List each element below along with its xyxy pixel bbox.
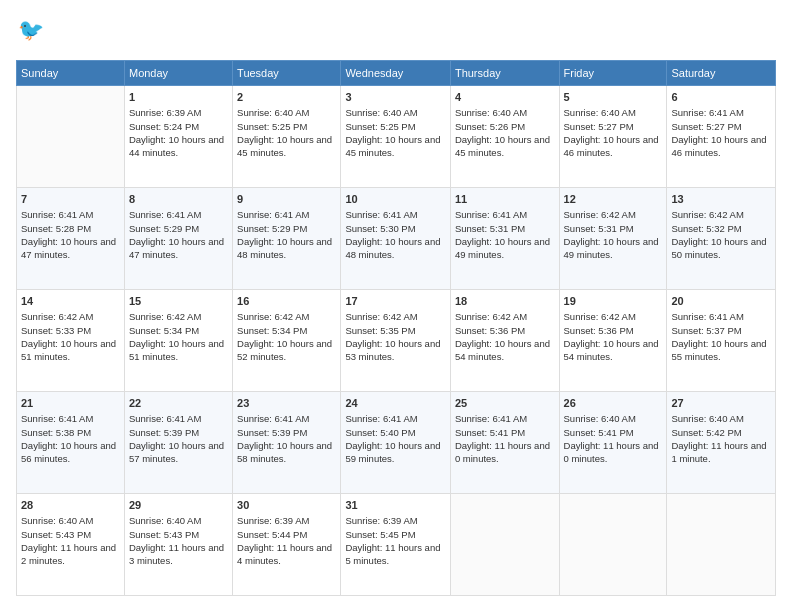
daylight-text: Daylight: 10 hours and 46 minutes.: [671, 134, 766, 158]
sunset-text: Sunset: 5:29 PM: [129, 223, 199, 234]
sunrise-text: Sunrise: 6:40 AM: [455, 107, 527, 118]
calendar-cell: 7Sunrise: 6:41 AMSunset: 5:28 PMDaylight…: [17, 188, 125, 290]
daylight-text: Daylight: 10 hours and 58 minutes.: [237, 440, 332, 464]
calendar-cell: 17Sunrise: 6:42 AMSunset: 5:35 PMDayligh…: [341, 290, 451, 392]
sunset-text: Sunset: 5:24 PM: [129, 121, 199, 132]
svg-text:🐦: 🐦: [18, 17, 45, 43]
sunset-text: Sunset: 5:40 PM: [345, 427, 415, 438]
sunrise-text: Sunrise: 6:42 AM: [671, 209, 743, 220]
calendar-cell: 3Sunrise: 6:40 AMSunset: 5:25 PMDaylight…: [341, 86, 451, 188]
sunset-text: Sunset: 5:30 PM: [345, 223, 415, 234]
calendar-cell: 18Sunrise: 6:42 AMSunset: 5:36 PMDayligh…: [450, 290, 559, 392]
calendar-week-row: 7Sunrise: 6:41 AMSunset: 5:28 PMDaylight…: [17, 188, 776, 290]
sunset-text: Sunset: 5:36 PM: [455, 325, 525, 336]
day-number: 24: [345, 396, 446, 411]
sunset-text: Sunset: 5:34 PM: [237, 325, 307, 336]
day-number: 13: [671, 192, 771, 207]
day-number: 3: [345, 90, 446, 105]
sunset-text: Sunset: 5:45 PM: [345, 529, 415, 540]
calendar-week-row: 28Sunrise: 6:40 AMSunset: 5:43 PMDayligh…: [17, 494, 776, 596]
daylight-text: Daylight: 10 hours and 50 minutes.: [671, 236, 766, 260]
daylight-text: Daylight: 11 hours and 2 minutes.: [21, 542, 116, 566]
sunset-text: Sunset: 5:35 PM: [345, 325, 415, 336]
daylight-text: Daylight: 10 hours and 57 minutes.: [129, 440, 224, 464]
day-number: 19: [564, 294, 663, 309]
calendar-cell: 1Sunrise: 6:39 AMSunset: 5:24 PMDaylight…: [124, 86, 232, 188]
day-number: 15: [129, 294, 228, 309]
daylight-text: Daylight: 10 hours and 47 minutes.: [129, 236, 224, 260]
daylight-text: Daylight: 10 hours and 51 minutes.: [129, 338, 224, 362]
day-number: 28: [21, 498, 120, 513]
sunrise-text: Sunrise: 6:41 AM: [21, 209, 93, 220]
sunset-text: Sunset: 5:25 PM: [237, 121, 307, 132]
calendar-cell: 14Sunrise: 6:42 AMSunset: 5:33 PMDayligh…: [17, 290, 125, 392]
calendar-cell: 2Sunrise: 6:40 AMSunset: 5:25 PMDaylight…: [233, 86, 341, 188]
sunset-text: Sunset: 5:34 PM: [129, 325, 199, 336]
calendar-cell: [450, 494, 559, 596]
sunrise-text: Sunrise: 6:41 AM: [455, 209, 527, 220]
sunrise-text: Sunrise: 6:40 AM: [21, 515, 93, 526]
calendar-cell: [17, 86, 125, 188]
day-number: 2: [237, 90, 336, 105]
sunset-text: Sunset: 5:27 PM: [671, 121, 741, 132]
sunrise-text: Sunrise: 6:42 AM: [564, 209, 636, 220]
daylight-text: Daylight: 10 hours and 44 minutes.: [129, 134, 224, 158]
daylight-text: Daylight: 10 hours and 54 minutes.: [564, 338, 659, 362]
sunset-text: Sunset: 5:43 PM: [129, 529, 199, 540]
calendar-cell: 21Sunrise: 6:41 AMSunset: 5:38 PMDayligh…: [17, 392, 125, 494]
calendar-cell: 26Sunrise: 6:40 AMSunset: 5:41 PMDayligh…: [559, 392, 667, 494]
day-number: 16: [237, 294, 336, 309]
sunset-text: Sunset: 5:32 PM: [671, 223, 741, 234]
sunrise-text: Sunrise: 6:40 AM: [237, 107, 309, 118]
calendar-cell: 10Sunrise: 6:41 AMSunset: 5:30 PMDayligh…: [341, 188, 451, 290]
daylight-text: Daylight: 11 hours and 0 minutes.: [564, 440, 659, 464]
day-number: 4: [455, 90, 555, 105]
calendar-cell: 28Sunrise: 6:40 AMSunset: 5:43 PMDayligh…: [17, 494, 125, 596]
calendar-header-monday: Monday: [124, 61, 232, 86]
sunset-text: Sunset: 5:44 PM: [237, 529, 307, 540]
sunset-text: Sunset: 5:25 PM: [345, 121, 415, 132]
sunrise-text: Sunrise: 6:39 AM: [129, 107, 201, 118]
calendar-header-tuesday: Tuesday: [233, 61, 341, 86]
daylight-text: Daylight: 10 hours and 49 minutes.: [564, 236, 659, 260]
calendar-cell: 27Sunrise: 6:40 AMSunset: 5:42 PMDayligh…: [667, 392, 776, 494]
calendar-header-friday: Friday: [559, 61, 667, 86]
day-number: 7: [21, 192, 120, 207]
calendar-week-row: 14Sunrise: 6:42 AMSunset: 5:33 PMDayligh…: [17, 290, 776, 392]
daylight-text: Daylight: 10 hours and 45 minutes.: [237, 134, 332, 158]
daylight-text: Daylight: 11 hours and 3 minutes.: [129, 542, 224, 566]
sunrise-text: Sunrise: 6:39 AM: [345, 515, 417, 526]
calendar-cell: 23Sunrise: 6:41 AMSunset: 5:39 PMDayligh…: [233, 392, 341, 494]
calendar-cell: 11Sunrise: 6:41 AMSunset: 5:31 PMDayligh…: [450, 188, 559, 290]
calendar-cell: 9Sunrise: 6:41 AMSunset: 5:29 PMDaylight…: [233, 188, 341, 290]
sunrise-text: Sunrise: 6:42 AM: [455, 311, 527, 322]
logo-icon: 🐦: [18, 16, 48, 46]
sunset-text: Sunset: 5:28 PM: [21, 223, 91, 234]
sunrise-text: Sunrise: 6:42 AM: [564, 311, 636, 322]
day-number: 11: [455, 192, 555, 207]
day-number: 20: [671, 294, 771, 309]
sunrise-text: Sunrise: 6:41 AM: [237, 413, 309, 424]
daylight-text: Daylight: 10 hours and 56 minutes.: [21, 440, 116, 464]
day-number: 30: [237, 498, 336, 513]
day-number: 23: [237, 396, 336, 411]
day-number: 5: [564, 90, 663, 105]
sunset-text: Sunset: 5:39 PM: [237, 427, 307, 438]
sunrise-text: Sunrise: 6:41 AM: [237, 209, 309, 220]
calendar-cell: 5Sunrise: 6:40 AMSunset: 5:27 PMDaylight…: [559, 86, 667, 188]
calendar-cell: 30Sunrise: 6:39 AMSunset: 5:44 PMDayligh…: [233, 494, 341, 596]
sunrise-text: Sunrise: 6:41 AM: [671, 311, 743, 322]
day-number: 21: [21, 396, 120, 411]
header: 🐦: [16, 16, 776, 50]
calendar-cell: 25Sunrise: 6:41 AMSunset: 5:41 PMDayligh…: [450, 392, 559, 494]
day-number: 10: [345, 192, 446, 207]
daylight-text: Daylight: 10 hours and 48 minutes.: [345, 236, 440, 260]
page: 🐦 SundayMondayTuesdayWednesdayThursdayFr…: [0, 0, 792, 612]
day-number: 26: [564, 396, 663, 411]
daylight-text: Daylight: 10 hours and 52 minutes.: [237, 338, 332, 362]
sunset-text: Sunset: 5:37 PM: [671, 325, 741, 336]
calendar-header-row: SundayMondayTuesdayWednesdayThursdayFrid…: [17, 61, 776, 86]
daylight-text: Daylight: 10 hours and 46 minutes.: [564, 134, 659, 158]
calendar-cell: 16Sunrise: 6:42 AMSunset: 5:34 PMDayligh…: [233, 290, 341, 392]
sunrise-text: Sunrise: 6:42 AM: [237, 311, 309, 322]
